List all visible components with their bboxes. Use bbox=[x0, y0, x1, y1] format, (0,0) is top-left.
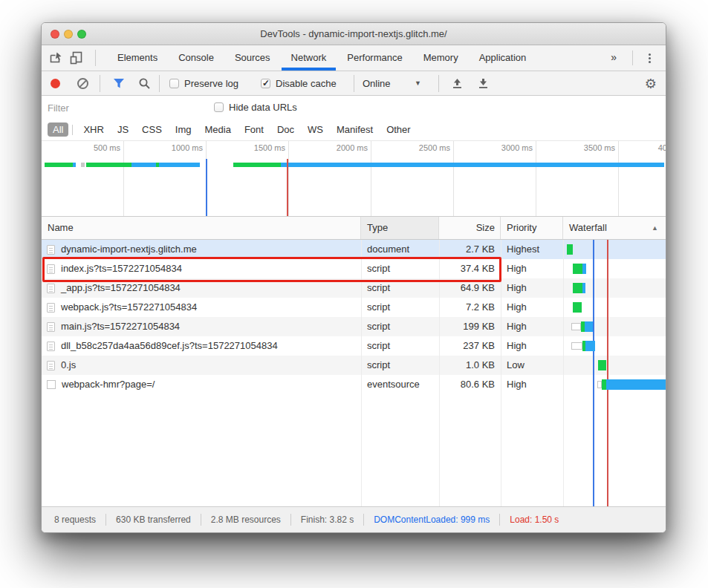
square-file-icon bbox=[47, 380, 56, 389]
load-marker-line bbox=[287, 159, 288, 216]
cell-size: 80.6 KB bbox=[439, 375, 500, 394]
preserve-log-label: Preserve log bbox=[184, 71, 238, 96]
column-header-priority[interactable]: Priority bbox=[501, 217, 563, 239]
cell-name: webpack.js?ts=1572271054834 bbox=[42, 298, 360, 317]
clear-icon[interactable] bbox=[77, 78, 88, 89]
table-row[interactable]: webpack.js?ts=1572271054834script7.2 KBH… bbox=[42, 298, 666, 317]
cell-waterfall bbox=[563, 356, 666, 375]
import-har-icon[interactable] bbox=[451, 77, 464, 90]
inspect-element-icon[interactable] bbox=[49, 51, 62, 65]
waterfall-bar-green bbox=[567, 244, 573, 255]
hide-data-urls-checkbox[interactable] bbox=[214, 102, 224, 112]
minimize-button[interactable] bbox=[64, 30, 73, 39]
panel-tabs: ElementsConsoleSourcesNetworkPerformance… bbox=[107, 45, 536, 71]
overview-tick-label: 3500 ms bbox=[557, 143, 615, 152]
waterfall-bar-blue bbox=[606, 379, 666, 390]
overview-gridline bbox=[618, 141, 619, 216]
disable-cache-checkbox[interactable] bbox=[261, 79, 270, 88]
tab-network[interactable]: Network bbox=[281, 45, 337, 71]
timeline-overview[interactable]: 500 ms1000 ms1500 ms2000 ms2500 ms3000 m… bbox=[42, 140, 666, 216]
tab-performance[interactable]: Performance bbox=[337, 45, 412, 71]
more-panels-button[interactable]: » bbox=[605, 45, 623, 70]
cell-waterfall bbox=[563, 375, 666, 394]
divider bbox=[95, 50, 96, 66]
overview-tick-label: 1500 ms bbox=[227, 143, 285, 152]
cell-name: main.js?ts=1572271054834 bbox=[42, 317, 360, 336]
tab-console[interactable]: Console bbox=[168, 45, 224, 71]
cell-priority: High bbox=[507, 336, 563, 356]
throttling-select[interactable]: Online bbox=[363, 71, 391, 96]
divider bbox=[100, 75, 100, 92]
overview-activity-bar bbox=[233, 163, 281, 167]
magnifier-icon[interactable] bbox=[138, 77, 151, 90]
overview-activity-bar bbox=[159, 163, 200, 167]
tab-memory[interactable]: Memory bbox=[413, 45, 469, 71]
funnel-icon[interactable] bbox=[113, 78, 125, 89]
overview-tick-label: 1000 ms bbox=[145, 143, 203, 152]
filter-row: Hide data URLs bbox=[42, 96, 666, 120]
document-file-icon bbox=[47, 245, 55, 255]
overview-gridline bbox=[536, 141, 536, 216]
cell-waterfall bbox=[563, 240, 666, 259]
chip-other[interactable]: Other bbox=[380, 122, 418, 137]
divider bbox=[632, 50, 633, 65]
overview-tick-label: 2500 ms bbox=[392, 143, 450, 152]
close-button[interactable] bbox=[51, 30, 59, 39]
chip-css[interactable]: CSS bbox=[135, 122, 169, 137]
tab-application[interactable]: Application bbox=[469, 45, 537, 71]
column-header-name[interactable]: Name bbox=[42, 217, 361, 239]
record-icon[interactable] bbox=[51, 79, 60, 88]
cell-type: script bbox=[367, 336, 438, 356]
sort-asc-icon[interactable]: ▲ bbox=[652, 217, 658, 239]
overview-tick-label: 40 bbox=[609, 143, 666, 152]
chip-manifest[interactable]: Manifest bbox=[330, 122, 380, 137]
cell-size: 237 KB bbox=[439, 336, 500, 356]
cell-name: dll_b58c257da4aa56d89cef.js?ts=157227105… bbox=[42, 336, 360, 356]
chevron-down-icon[interactable]: ▼ bbox=[415, 71, 421, 96]
tab-sources[interactable]: Sources bbox=[224, 45, 281, 71]
waterfall-bar-blue bbox=[582, 283, 585, 293]
divider bbox=[438, 75, 439, 92]
devtools-window: DevTools - dynamic-import-nextjs.glitch.… bbox=[41, 22, 666, 533]
cell-size: 1.0 KB bbox=[439, 356, 500, 375]
table-row[interactable]: main.js?ts=1572271054834script199 KBHigh bbox=[42, 317, 666, 336]
chip-media[interactable]: Media bbox=[198, 122, 237, 137]
column-header-type[interactable]: Type bbox=[361, 217, 439, 239]
gear-icon[interactable]: ⚙︎ bbox=[645, 75, 657, 93]
chip-doc[interactable]: Doc bbox=[270, 122, 301, 137]
cell-waterfall bbox=[563, 336, 666, 356]
table-row[interactable]: 0.jsscript1.0 KBLow bbox=[42, 356, 666, 375]
table-row[interactable]: dll_b58c257da4aa56d89cef.js?ts=157227105… bbox=[42, 336, 666, 356]
chip-js[interactable]: JS bbox=[111, 122, 135, 137]
chip-img[interactable]: Img bbox=[169, 122, 198, 137]
column-header-size[interactable]: Size bbox=[439, 217, 501, 239]
device-toolbar-icon[interactable] bbox=[70, 51, 83, 65]
divider bbox=[354, 75, 354, 92]
chip-font[interactable]: Font bbox=[238, 122, 270, 137]
waterfall-bar-green bbox=[573, 302, 582, 313]
transferred-size: 630 KB transferred bbox=[105, 514, 201, 526]
kebab-menu-icon[interactable] bbox=[643, 51, 655, 65]
tab-elements[interactable]: Elements bbox=[107, 45, 168, 71]
chip-ws[interactable]: WS bbox=[301, 122, 330, 137]
overview-tick-label: 3000 ms bbox=[475, 143, 533, 152]
export-har-icon[interactable] bbox=[477, 77, 490, 90]
cell-priority: High bbox=[507, 317, 563, 336]
cell-type: script bbox=[367, 356, 438, 375]
request-name: main.js?ts=1572271054834 bbox=[61, 317, 180, 336]
domcontentloaded-time: DOMContentLoaded: 999 ms bbox=[363, 514, 499, 526]
preserve-log-checkbox[interactable] bbox=[169, 79, 179, 88]
dcl-marker-line bbox=[206, 159, 207, 216]
load-time: Load: 1.50 s bbox=[499, 514, 568, 526]
document-file-icon bbox=[47, 303, 55, 313]
zoom-button[interactable] bbox=[77, 30, 86, 39]
cell-type: script bbox=[367, 298, 438, 317]
chip-all[interactable]: All bbox=[48, 122, 68, 137]
cell-type: eventsource bbox=[367, 375, 438, 394]
cell-name: 0.js bbox=[42, 356, 360, 375]
document-file-icon bbox=[47, 342, 55, 351]
chip-xhr[interactable]: XHR bbox=[77, 122, 110, 137]
filter-input[interactable] bbox=[48, 99, 207, 117]
column-header-waterfall[interactable]: Waterfall ▲ bbox=[563, 217, 666, 239]
table-row[interactable]: webpack-hmr?page=/eventsource80.6 KBHigh bbox=[42, 375, 666, 394]
